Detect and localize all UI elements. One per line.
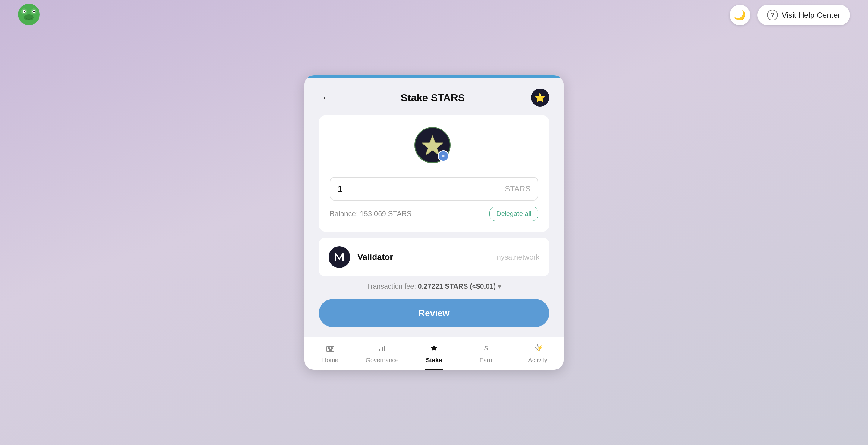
- svg-rect-15: [329, 349, 332, 352]
- tx-fee-amount: 0.27221 STARS (<$0.01): [418, 282, 496, 290]
- bottom-nav: Home Governance Stake: [304, 337, 564, 370]
- tx-fee-label: Transaction fee:: [367, 282, 416, 290]
- svg-rect-13: [328, 347, 330, 349]
- transaction-fee: Transaction fee: 0.27221 STARS (<$0.01) …: [319, 282, 549, 290]
- delegate-all-button[interactable]: Delegate all: [490, 207, 538, 221]
- validator-section[interactable]: Validator nysa.network: [319, 238, 549, 276]
- balance-row: Balance: 153.069 STARS Delegate all: [330, 207, 538, 221]
- tx-fee-caret: ▾: [498, 282, 501, 290]
- app-card: ← Stake STARS ⭐: [304, 75, 564, 370]
- home-icon: [326, 344, 335, 354]
- top-right-controls: 🌙 ? Visit Help Center: [730, 5, 850, 25]
- review-button[interactable]: Review: [319, 299, 549, 327]
- back-button[interactable]: ←: [319, 89, 335, 106]
- token-icon: [414, 127, 454, 166]
- activity-icon: ⚡: [533, 344, 542, 354]
- validator-avatar: [329, 246, 350, 268]
- token-chain-badge: [438, 150, 449, 162]
- balance-text: Balance: 153.069 STARS: [330, 210, 412, 218]
- app-logo: [18, 4, 40, 27]
- svg-rect-18: [384, 346, 385, 351]
- theme-toggle-button[interactable]: 🌙: [730, 5, 750, 25]
- top-bar: 🌙 ? Visit Help Center: [0, 0, 868, 30]
- svg-point-5: [24, 10, 25, 12]
- nav-label-home: Home: [322, 357, 338, 364]
- token-circle: [414, 127, 451, 163]
- nav-item-earn[interactable]: $ Earn: [460, 337, 512, 370]
- back-arrow-icon: ←: [321, 91, 332, 104]
- amount-unit: STARS: [505, 184, 530, 194]
- help-button-label: Visit Help Center: [781, 10, 840, 20]
- governance-icon: [378, 344, 386, 354]
- amount-input-row[interactable]: STARS: [330, 177, 538, 201]
- stars-badge: ⭐: [531, 89, 549, 107]
- amount-input[interactable]: [338, 184, 505, 194]
- help-center-button[interactable]: ? Visit Help Center: [757, 5, 850, 25]
- card-header: ← Stake STARS ⭐: [304, 78, 564, 115]
- nav-item-governance[interactable]: Governance: [356, 337, 408, 370]
- nav-label-activity: Activity: [528, 357, 547, 364]
- nav-item-activity[interactable]: ⚡ Activity: [512, 337, 564, 370]
- nav-item-home[interactable]: Home: [304, 337, 356, 370]
- earn-icon: $: [482, 344, 490, 354]
- nav-item-stake[interactable]: Stake: [408, 337, 460, 370]
- nav-label-earn: Earn: [479, 357, 492, 364]
- svg-rect-11: [333, 250, 346, 264]
- token-section: STARS Balance: 153.069 STARS Delegate al…: [319, 115, 549, 232]
- help-icon: ?: [767, 10, 778, 21]
- svg-marker-19: [430, 345, 438, 351]
- svg-rect-17: [381, 347, 383, 351]
- validator-name: Validator: [358, 252, 490, 262]
- validator-url: nysa.network: [497, 253, 539, 261]
- svg-marker-9: [424, 137, 441, 153]
- page-title: Stake STARS: [401, 92, 465, 104]
- nav-label-stake: Stake: [426, 357, 442, 364]
- svg-rect-16: [379, 349, 380, 351]
- card-content: STARS Balance: 153.069 STARS Delegate al…: [304, 115, 564, 337]
- card-accent-bar: [304, 75, 564, 78]
- nav-label-governance: Governance: [366, 357, 399, 364]
- stake-icon: [430, 344, 438, 354]
- svg-point-6: [33, 10, 35, 12]
- svg-text:⚡: ⚡: [536, 345, 542, 351]
- svg-rect-14: [331, 347, 333, 349]
- star-icon: ⭐: [535, 93, 545, 103]
- token-icon-wrapper: [330, 127, 538, 166]
- moon-icon: 🌙: [734, 9, 746, 21]
- svg-text:$: $: [484, 344, 488, 352]
